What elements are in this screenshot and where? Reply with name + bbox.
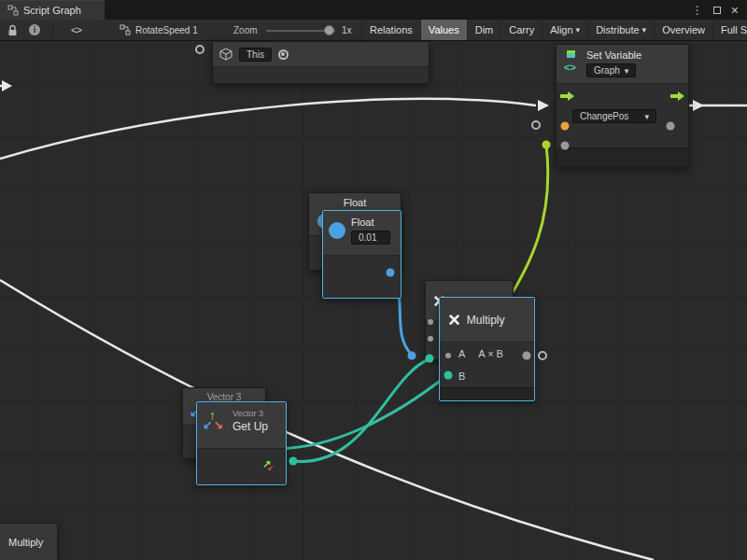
node-title: Float [309, 193, 401, 208]
distribute-button[interactable]: Distribute▾ [587, 20, 654, 40]
node-title: Multiply [0, 524, 57, 548]
tab-title: Script Graph [23, 5, 81, 16]
variable-name-dropdown[interactable]: ChangePos▾ [572, 109, 656, 123]
node-title: Set Variable [586, 49, 641, 61]
toolbar-buttons: Relations Values Dim Carry Align▾ Distri… [361, 20, 747, 40]
float-output-port[interactable] [387, 269, 395, 277]
variable-output-port[interactable] [667, 122, 675, 131]
breadcrumb-label: RotateSpeed 1 [135, 25, 198, 35]
chevron-down-icon: ▾ [625, 66, 629, 76]
vector-output-icon: ↗↙ [262, 455, 277, 471]
multiply-node[interactable]: × Multiply A A × B B [439, 297, 535, 401]
self-output-port[interactable] [278, 49, 289, 60]
maximize-icon[interactable] [713, 7, 721, 14]
graph-canvas[interactable]: This <> Set Variable Graph▾ [0, 41, 747, 560]
float-icon [329, 222, 345, 239]
multiply-icon: × [448, 310, 460, 330]
flow-in-port[interactable] [560, 91, 574, 101]
fullscreen-button[interactable]: Full Screen [712, 20, 747, 40]
multiply-output-port[interactable] [523, 352, 531, 360]
float-value-input[interactable]: 0.01 [351, 231, 390, 245]
zoom-label: Zoom [233, 20, 258, 40]
get-up-node[interactable]: ↑ ↙ ↘ Vector 3 Get Up ↗↙ [196, 401, 287, 485]
get-up-output-port[interactable] [289, 457, 298, 466]
wire-arrow-icon [538, 100, 549, 111]
zoom-slider-handle[interactable] [324, 25, 334, 35]
tab-script-graph[interactable]: Script Graph [0, 0, 105, 20]
corner-multiply-node[interactable]: Multiply [0, 523, 58, 560]
multiply-input-b-port[interactable] [444, 371, 453, 380]
multiply-input-a-port[interactable] [445, 353, 451, 358]
set-variable-input-port[interactable] [531, 120, 541, 130]
node-title: Get Up [233, 420, 268, 433]
relations-button[interactable]: Relations [361, 20, 420, 40]
ghost-port[interactable] [428, 319, 433, 325]
object-wire-endpoint[interactable] [543, 141, 551, 149]
variable-port[interactable] [561, 122, 570, 131]
control-wire-diagonal[interactable] [0, 280, 654, 560]
self-node[interactable]: This [212, 41, 430, 84]
chevron-down-icon: ▾ [576, 25, 581, 35]
vector3-icon: ↑ ↙ ↘ [203, 409, 225, 433]
node-title: Vector 3 [183, 388, 265, 402]
output-label: A × B [478, 348, 503, 359]
chevron-down-icon: ▾ [642, 25, 647, 35]
set-variable-node[interactable]: <> Set Variable Graph▾ C [556, 44, 689, 168]
wire-arrow-icon [693, 100, 704, 111]
toolbar-divider [52, 22, 53, 37]
self-input-port[interactable] [195, 45, 204, 54]
overview-button[interactable]: Overview [654, 20, 712, 40]
variable-scope-dropdown[interactable]: Graph▾ [586, 63, 636, 77]
value-wire-vector-1[interactable] [293, 359, 429, 461]
close-icon[interactable]: × [731, 3, 739, 18]
float-node[interactable]: Float 0.01 [322, 210, 402, 299]
svg-text:<>: <> [564, 62, 576, 73]
variable-icon: <> [563, 49, 580, 74]
chevron-down-icon: ▾ [644, 112, 649, 121]
cube-icon [219, 48, 233, 61]
toolbar: i <> RotateSpeed 1 Zoom 1x Relations Val… [0, 20, 747, 41]
vector-wire-endpoint[interactable] [426, 355, 434, 363]
breadcrumb[interactable]: RotateSpeed 1 [120, 20, 198, 40]
info-icon[interactable]: i [29, 20, 40, 40]
code-edit-icon[interactable]: <> [71, 20, 81, 40]
input-b-label: B [458, 371, 465, 382]
lock-icon[interactable] [7, 20, 18, 40]
zoom-value: 1x [342, 20, 352, 40]
value-input-port[interactable] [561, 142, 570, 150]
ghost-port[interactable] [428, 336, 433, 342]
carry-button[interactable]: Carry [500, 20, 542, 40]
multiply-result-port[interactable] [538, 351, 547, 360]
values-button[interactable]: Values [420, 20, 467, 40]
wire-arrow-icon [2, 80, 12, 91]
node-title: Float [351, 217, 390, 228]
titlebar: Script Graph ⋮ × [0, 0, 747, 20]
control-wire-in[interactable] [0, 99, 536, 159]
node-title: Multiply [467, 314, 505, 327]
node-type-label: Vector 3 [233, 409, 268, 418]
window-menu-icon[interactable]: ⋮ [692, 4, 703, 17]
graph-breadcrumb-icon [120, 24, 131, 35]
input-a-label: A [458, 348, 465, 359]
float-wire-endpoint[interactable] [408, 352, 416, 360]
self-target-chip[interactable]: This [239, 48, 272, 62]
script-graph-icon [7, 5, 19, 16]
dim-button[interactable]: Dim [467, 20, 501, 40]
flow-out-port[interactable] [670, 91, 684, 101]
align-button[interactable]: Align▾ [542, 20, 587, 40]
script-graph-window: Script Graph ⋮ × i <> RotateSpeed 1 Zoom [0, 0, 747, 560]
